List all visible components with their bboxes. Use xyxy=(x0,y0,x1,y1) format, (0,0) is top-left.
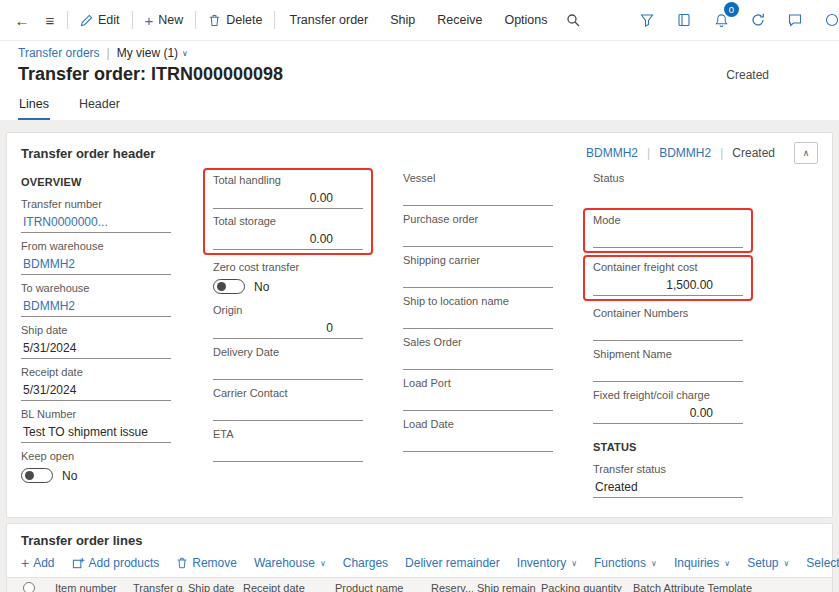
warehouse-menu-button[interactable]: Warehouse ∨ xyxy=(254,556,326,570)
shipping-carrier-input[interactable] xyxy=(403,269,553,288)
column-header-batch-attribute-template[interactable]: Batch Attribute Template xyxy=(629,582,832,592)
add-line-button[interactable]: + Add xyxy=(21,556,55,570)
column-header-item-number[interactable]: Item number xyxy=(51,582,129,592)
field-label: From warehouse xyxy=(21,240,171,253)
keep-open-toggle[interactable] xyxy=(21,468,53,483)
column-header-ship-date[interactable]: Ship date xyxy=(184,582,239,592)
column-header-packing-quantity[interactable]: Packing quantity xyxy=(537,582,629,592)
field-label: Origin xyxy=(213,304,363,317)
column-header-product-name[interactable]: Product name xyxy=(331,582,427,592)
charges-button[interactable]: Charges xyxy=(343,556,388,570)
column-header-ship-remain[interactable]: Ship remain xyxy=(473,582,537,592)
ship-date-input[interactable]: 5/31/2024 xyxy=(21,339,171,359)
load-date-input[interactable] xyxy=(403,433,553,452)
load-port-input[interactable] xyxy=(403,392,553,411)
delete-label: Delete xyxy=(226,13,262,27)
carrier-contact-input[interactable] xyxy=(213,402,363,421)
warehouse-label: Warehouse xyxy=(254,556,315,570)
filter-icon[interactable] xyxy=(636,9,658,31)
to-warehouse-value[interactable]: BDMMH2 xyxy=(21,297,171,317)
select-all-checkbox[interactable] xyxy=(23,582,35,592)
chevron-up-icon: ∧ xyxy=(803,148,810,158)
field-label: Vessel xyxy=(403,172,553,185)
column-header-transfer-quantity[interactable]: Transfer q... xyxy=(129,582,184,592)
field-origin: Origin 0 xyxy=(213,304,363,339)
menu-receive[interactable]: Receive xyxy=(426,5,493,35)
charges-label: Charges xyxy=(343,556,388,570)
notification-badge: 0 xyxy=(724,2,739,17)
field-ship-date: Ship date 5/31/2024 xyxy=(21,324,171,359)
add-products-label: Add products xyxy=(89,556,160,570)
header-form: OVERVIEW Transfer number ITRN0000000... … xyxy=(7,170,832,517)
new-button[interactable]: + New xyxy=(136,5,193,35)
menu-transfer-order[interactable]: Transfer order xyxy=(278,5,379,35)
bl-number-input[interactable]: Test TO shipment issue xyxy=(21,423,171,443)
search-icon[interactable] xyxy=(559,6,587,34)
chat-icon[interactable] xyxy=(784,9,806,31)
lines-panel-title: Transfer order lines xyxy=(7,524,832,553)
deliver-remainder-button[interactable]: Deliver remainder xyxy=(405,556,500,570)
container-freight-cost-input[interactable]: 1,500.00 xyxy=(593,276,743,296)
lines-grid-header: Item number Transfer q... Ship date Rece… xyxy=(7,577,832,592)
setup-menu-button[interactable]: Setup ∨ xyxy=(747,556,789,570)
functions-menu-button[interactable]: Functions ∨ xyxy=(594,556,657,570)
field-sales-order: Sales Order xyxy=(403,336,553,370)
deliver-remainder-label: Deliver remainder xyxy=(405,556,500,570)
delete-button[interactable]: Delete xyxy=(199,5,271,35)
menu-options[interactable]: Options xyxy=(493,5,558,35)
trash-icon xyxy=(208,14,221,27)
remove-line-button[interactable]: Remove xyxy=(176,556,237,570)
sales-order-input[interactable] xyxy=(403,351,553,370)
collapse-section-button[interactable]: ∧ xyxy=(794,142,818,164)
lines-toolbar: + Add Add products Remove Warehouse ∨ xyxy=(7,553,832,577)
transfer-order-lines-panel: Transfer order lines + Add Add products … xyxy=(6,523,833,592)
tab-header[interactable]: Header xyxy=(78,95,121,120)
total-handling-input[interactable]: 0.00 xyxy=(213,189,363,209)
purchase-order-input[interactable] xyxy=(403,228,553,247)
column-header-receipt-date[interactable]: Receipt date xyxy=(239,582,331,592)
view-selector[interactable]: My view (1) ∨ xyxy=(117,46,188,60)
transfer-number-value[interactable]: ITRN0000000... xyxy=(21,213,171,233)
plus-icon: + xyxy=(145,13,154,28)
inquiries-menu-button[interactable]: Inquiries ∨ xyxy=(674,556,730,570)
field-label: Total storage xyxy=(213,215,363,228)
edit-label: Edit xyxy=(98,13,120,27)
chevron-down-icon: ∨ xyxy=(571,559,577,568)
summary-from-warehouse[interactable]: BDMMH2 xyxy=(586,146,638,160)
from-warehouse-value[interactable]: BDMMH2 xyxy=(21,255,171,275)
page-status: Created xyxy=(726,68,769,82)
menu-ship[interactable]: Ship xyxy=(379,5,426,35)
edit-button[interactable]: Edit xyxy=(71,5,129,35)
fixed-freight-coil-charge-input[interactable]: 0.00 xyxy=(593,404,743,424)
summary-to-warehouse[interactable]: BDMMH2 xyxy=(659,146,711,160)
eta-input[interactable] xyxy=(213,443,363,462)
column-header-reservation[interactable]: Reserv... xyxy=(427,582,473,592)
tab-lines[interactable]: Lines xyxy=(18,95,50,120)
delivery-date-input[interactable] xyxy=(213,361,363,380)
field-label: Fixed freight/coil charge xyxy=(593,389,743,402)
container-numbers-input[interactable] xyxy=(593,322,743,341)
breadcrumb-transfer-orders[interactable]: Transfer orders xyxy=(18,46,100,60)
mode-input[interactable] xyxy=(593,229,743,248)
origin-input[interactable]: 0 xyxy=(213,319,363,339)
field-bl-number: BL Number Test TO shipment issue xyxy=(21,408,171,443)
inventory-menu-button[interactable]: Inventory ∨ xyxy=(517,556,577,570)
notebook-icon[interactable] xyxy=(673,9,695,31)
total-storage-input[interactable]: 0.00 xyxy=(213,230,363,250)
select-serial-number-button[interactable]: Select serial number xyxy=(806,556,839,570)
receipt-date-input[interactable]: 5/31/2024 xyxy=(21,381,171,401)
transfer-status-value[interactable]: Created xyxy=(593,478,743,498)
vessel-input[interactable] xyxy=(403,187,553,206)
field-total-handling: Total handling 0.00 xyxy=(213,174,363,209)
hamburger-menu-icon[interactable]: ≡ xyxy=(36,6,64,34)
field-label: Transfer number xyxy=(21,198,171,211)
shipment-name-input[interactable] xyxy=(593,363,743,382)
refresh-icon[interactable] xyxy=(747,9,769,31)
page-tabs: Lines Header xyxy=(0,89,839,120)
ship-to-location-name-input[interactable] xyxy=(403,310,553,329)
help-icon[interactable] xyxy=(821,9,839,31)
add-products-button[interactable]: Add products xyxy=(72,556,160,570)
zero-cost-transfer-toggle[interactable] xyxy=(213,279,245,294)
back-icon[interactable]: ← xyxy=(8,6,36,34)
notifications-bell-icon[interactable]: 0 xyxy=(710,9,732,31)
